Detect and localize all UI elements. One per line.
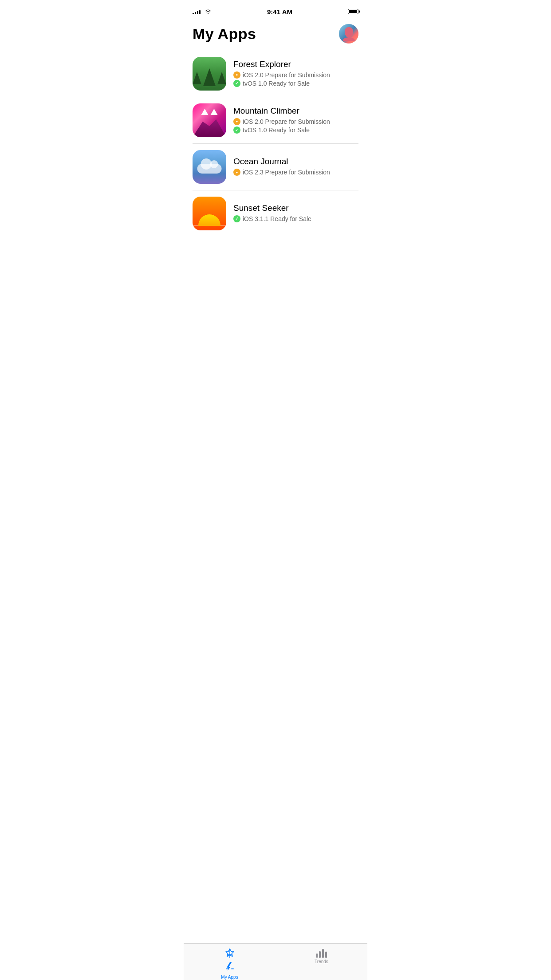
arrow-up-icon — [201, 109, 209, 115]
app-list: Forest Explorer iOS 2.0 Prepare for Subm… — [184, 51, 367, 237]
app-icon-sunset-seeker — [193, 197, 226, 230]
status-text: iOS 2.0 Prepare for Submission — [243, 118, 330, 125]
status-text: tvOS 1.0 Ready for Sale — [243, 80, 310, 87]
status-text: iOS 3.1.1 Ready for Sale — [243, 215, 311, 222]
app-icon-forest-explorer — [193, 57, 226, 91]
tree-small-icon-2 — [217, 72, 226, 84]
page-title: My Apps — [193, 25, 256, 43]
status-dot-green — [233, 215, 240, 222]
app-info-sunset-seeker: Sunset Seeker iOS 3.1.1 Ready for Sale — [233, 203, 358, 224]
app-name: Forest Explorer — [233, 59, 358, 69]
status-dot-yellow — [233, 169, 240, 176]
app-name: Sunset Seeker — [233, 203, 358, 213]
app-icon-mountain-climber — [193, 103, 226, 137]
cloud-main — [197, 164, 222, 174]
sun-shape — [198, 214, 220, 226]
arrow-up-icon-2 — [211, 109, 218, 115]
tree-large-icon — [203, 68, 216, 86]
list-item[interactable]: Sunset Seeker iOS 3.1.1 Ready for Sale — [193, 190, 358, 237]
app-status-0: iOS 3.1.1 Ready for Sale — [233, 215, 358, 222]
status-bar: 9:41 AM — [184, 0, 367, 20]
app-status-0: iOS 2.0 Prepare for Submission — [233, 71, 358, 79]
app-icon-ocean-journal — [193, 150, 226, 184]
app-status-0: iOS 2.0 Prepare for Submission — [233, 118, 358, 125]
status-dot-yellow — [233, 71, 240, 79]
list-item[interactable]: Mountain Climber iOS 2.0 Prepare for Sub… — [193, 97, 358, 144]
app-status-0: iOS 2.3 Prepare for Submission — [233, 169, 358, 176]
app-info-ocean-journal: Ocean Journal iOS 2.3 Prepare for Submis… — [233, 157, 358, 177]
status-dot-green — [233, 80, 240, 87]
app-info-mountain-climber: Mountain Climber iOS 2.0 Prepare for Sub… — [233, 106, 358, 135]
status-left — [193, 9, 212, 14]
mountain-shape — [193, 115, 226, 137]
status-dot-green — [233, 126, 240, 134]
page-header: My Apps — [184, 20, 367, 51]
avatar-image — [339, 24, 358, 43]
status-time: 9:41 AM — [267, 8, 292, 16]
status-text: iOS 2.3 Prepare for Submission — [243, 169, 330, 176]
avatar[interactable] — [339, 24, 358, 43]
app-name: Ocean Journal — [233, 157, 358, 166]
app-info-forest-explorer: Forest Explorer iOS 2.0 Prepare for Subm… — [233, 59, 358, 88]
tree-small-icon — [193, 72, 201, 84]
status-text: iOS 2.0 Prepare for Submission — [243, 71, 330, 79]
app-status-1: tvOS 1.0 Ready for Sale — [233, 80, 358, 87]
list-item[interactable]: Forest Explorer iOS 2.0 Prepare for Subm… — [193, 51, 358, 97]
tree-group — [193, 68, 226, 86]
cloud-shape — [197, 164, 222, 177]
status-dot-yellow — [233, 118, 240, 125]
status-text: tvOS 1.0 Ready for Sale — [243, 126, 310, 134]
wifi-icon — [205, 9, 212, 14]
app-status-1: tvOS 1.0 Ready for Sale — [233, 126, 358, 134]
signal-icon — [193, 9, 201, 14]
list-item[interactable]: Ocean Journal iOS 2.3 Prepare for Submis… — [193, 144, 358, 190]
battery-icon — [348, 9, 358, 14]
app-name: Mountain Climber — [233, 106, 358, 116]
mountain-arrows — [201, 109, 218, 115]
